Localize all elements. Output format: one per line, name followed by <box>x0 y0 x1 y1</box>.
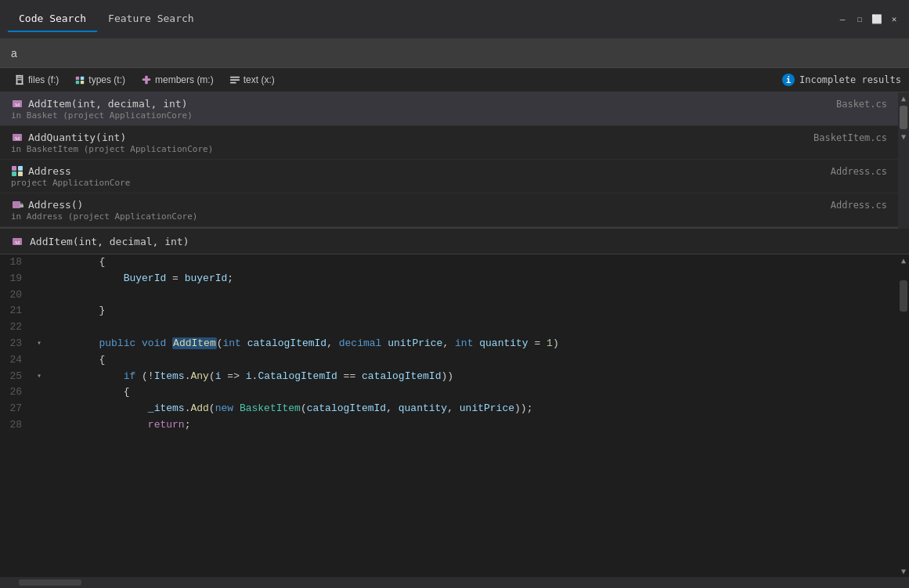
h-scroll-thumb[interactable] <box>19 579 81 586</box>
search-input[interactable] <box>11 47 898 60</box>
line-content: { <box>47 254 898 271</box>
svg-rect-14 <box>230 82 236 84</box>
svg-rect-23 <box>13 201 20 208</box>
filter-members-label: members (m:) <box>155 74 214 85</box>
filter-text[interactable]: text (x:) <box>223 73 281 87</box>
fold-gutter[interactable] <box>31 401 47 417</box>
filter-files-label: files (f:) <box>28 74 59 85</box>
result-name-text-4: Address() <box>28 199 83 211</box>
code-line-19: 19 BuyerId = buyerId; <box>0 271 898 287</box>
cube-method-icon: M <box>11 97 23 110</box>
svg-rect-13 <box>230 79 240 81</box>
text-icon <box>229 74 240 85</box>
line-content: return; <box>47 417 898 434</box>
fold-gutter[interactable] <box>31 352 47 369</box>
line-number: 27 <box>0 401 31 417</box>
cube-method-icon-2: M <box>11 131 23 143</box>
code-scrollbar-v[interactable]: ▲ ▼ <box>898 254 909 577</box>
result-file-3: Address.cs <box>831 166 887 177</box>
code-scroll-up[interactable]: ▲ <box>901 256 906 265</box>
svg-rect-3 <box>22 75 23 85</box>
code-body: 18 { 19 BuyerId = buyerId; 20 <box>0 254 909 577</box>
result-item[interactable]: Address() in Address (project Applicatio… <box>0 193 898 227</box>
svg-rect-20 <box>18 166 23 171</box>
result-item[interactable]: M AddItem(int, decimal, int) in Basket (… <box>0 92 898 126</box>
filter-files[interactable]: files (f:) <box>8 73 65 87</box>
line-number: 19 <box>0 271 31 287</box>
result-item[interactable]: Address project ApplicationCore Address.… <box>0 160 898 193</box>
line-content: BuyerId = buyerId; <box>47 271 898 287</box>
code-scroll-down[interactable]: ▼ <box>901 567 906 575</box>
filter-types[interactable]: types (t:) <box>68 73 132 87</box>
close-button[interactable]: ✕ <box>887 14 901 25</box>
fold-gutter[interactable] <box>31 417 47 434</box>
scroll-down-arrow[interactable]: ▼ <box>901 132 906 141</box>
results-scrollbar[interactable]: ▲ ▼ <box>898 92 909 229</box>
maximize-button[interactable]: ⬜ <box>870 14 884 25</box>
svg-rect-11 <box>145 76 148 85</box>
file-icon <box>14 74 25 85</box>
code-line-26: 26 { <box>0 384 898 401</box>
title-bar: Code Search Feature Search ― ☐ ⬜ ✕ <box>0 0 909 39</box>
code-header-label: AddItem(int, decimal, int) <box>30 236 189 247</box>
code-line-20: 20 <box>0 287 898 304</box>
line-content: public void AddItem(int catalogItemId, d… <box>47 336 898 352</box>
cube-lock-icon <box>11 198 23 211</box>
line-content: } <box>47 303 898 319</box>
result-name: M AddQuantity(int) <box>11 131 213 143</box>
tab-code-search[interactable]: Code Search <box>8 6 97 32</box>
minimize-button[interactable]: ― <box>835 14 849 25</box>
code-section: M AddItem(int, decimal, int) 18 { 19 <box>0 229 909 588</box>
filter-bar: files (f:) types (t:) members (m:) <box>0 68 909 92</box>
fold-gutter[interactable]: ▾ <box>31 369 47 385</box>
fold-gutter[interactable] <box>31 271 47 287</box>
code-scroll-thumb[interactable] <box>900 280 907 312</box>
line-content: _items.Add(new BasketItem(catalogItemId,… <box>47 401 898 417</box>
result-name-text: AddItem(int, decimal, int) <box>28 98 188 110</box>
line-number: 21 <box>0 303 31 319</box>
line-number: 22 <box>0 319 31 336</box>
results-list: M AddItem(int, decimal, int) in Basket (… <box>0 92 898 229</box>
svg-rect-7 <box>81 77 84 80</box>
fold-gutter[interactable] <box>31 384 47 401</box>
svg-rect-4 <box>17 78 21 78</box>
svg-text:M: M <box>15 102 20 108</box>
svg-rect-5 <box>17 79 21 80</box>
fold-gutter[interactable]: ▾ <box>31 336 47 352</box>
code-lines[interactable]: 18 { 19 BuyerId = buyerId; 20 <box>0 254 898 577</box>
code-line-24: 24 { <box>0 352 898 369</box>
result-sub-text: in Basket (project ApplicationCore) <box>11 110 193 121</box>
results-wrapper: M AddItem(int, decimal, int) in Basket (… <box>0 92 909 229</box>
scroll-thumb[interactable] <box>900 106 907 129</box>
result-file: Basket.cs <box>836 99 887 110</box>
restore-button[interactable]: ☐ <box>853 14 867 25</box>
result-name-text-3: Address <box>28 165 71 177</box>
svg-rect-8 <box>76 81 79 84</box>
filter-types-label: types (t:) <box>88 74 125 85</box>
fold-gutter[interactable] <box>31 254 47 271</box>
result-sub-text-3: project ApplicationCore <box>11 178 130 188</box>
fold-gutter[interactable] <box>31 303 47 319</box>
type-icon <box>74 74 85 85</box>
tab-feature-search[interactable]: Feature Search <box>97 6 205 32</box>
info-icon: i <box>782 74 795 86</box>
bottom-scroll-bar[interactable] <box>0 577 909 588</box>
code-line-25: 25 ▾ if (!Items.Any(i => i.CatalogItemId… <box>0 369 898 385</box>
code-line-23: 23 ▾ public void AddItem(int catalogItem… <box>0 336 898 352</box>
scroll-up-arrow[interactable]: ▲ <box>901 94 906 103</box>
result-file-2: BasketItem.cs <box>813 132 887 143</box>
type-class-icon <box>11 164 23 177</box>
svg-rect-19 <box>12 166 16 171</box>
fold-gutter[interactable] <box>31 319 47 336</box>
incomplete-results: i Incomplete results <box>782 74 901 86</box>
search-bar <box>0 39 909 68</box>
code-line-18: 18 { <box>0 254 898 271</box>
result-sub-text-4: in Address (project ApplicationCore) <box>11 211 197 222</box>
code-header: M AddItem(int, decimal, int) <box>0 229 909 254</box>
line-content: { <box>47 384 898 401</box>
filter-members[interactable]: members (m:) <box>135 73 220 87</box>
line-number: 18 <box>0 254 31 271</box>
result-item[interactable]: M AddQuantity(int) in BasketItem (projec… <box>0 126 898 160</box>
result-name: M AddItem(int, decimal, int) <box>11 97 193 110</box>
fold-gutter[interactable] <box>31 287 47 304</box>
